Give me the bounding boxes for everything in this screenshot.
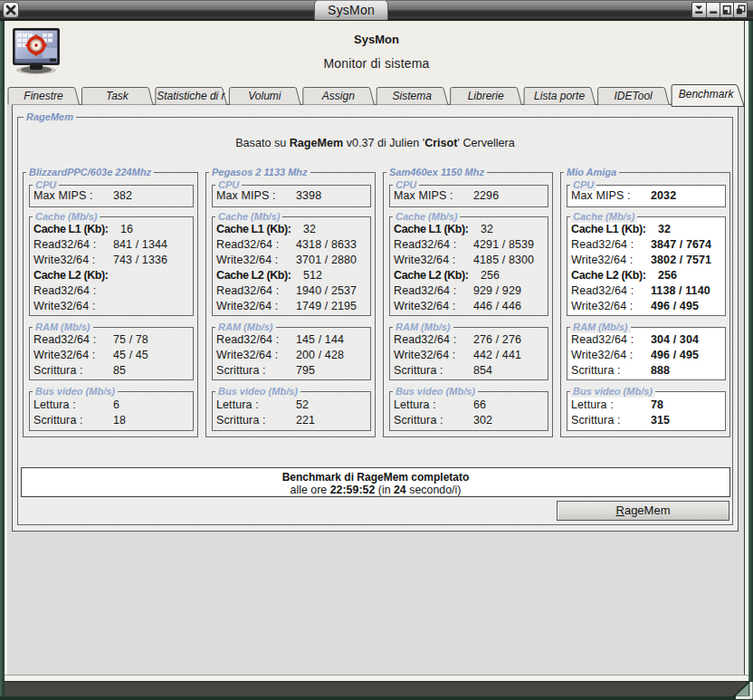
svg-text:IDETool: IDETool <box>614 90 653 102</box>
svg-text:Assign: Assign <box>321 90 355 102</box>
svg-text:Lista porte: Lista porte <box>534 90 585 102</box>
svg-text:Task: Task <box>106 90 129 102</box>
svg-text:Librerie: Librerie <box>468 90 504 102</box>
svg-text:Volumi: Volumi <box>248 90 281 102</box>
svg-text:Benchmark: Benchmark <box>679 88 735 101</box>
svg-text:Sistema: Sistema <box>393 90 433 102</box>
svg-text:Finestre: Finestre <box>24 90 63 102</box>
svg-text:Statistiche di r: Statistiche di r <box>157 90 225 102</box>
